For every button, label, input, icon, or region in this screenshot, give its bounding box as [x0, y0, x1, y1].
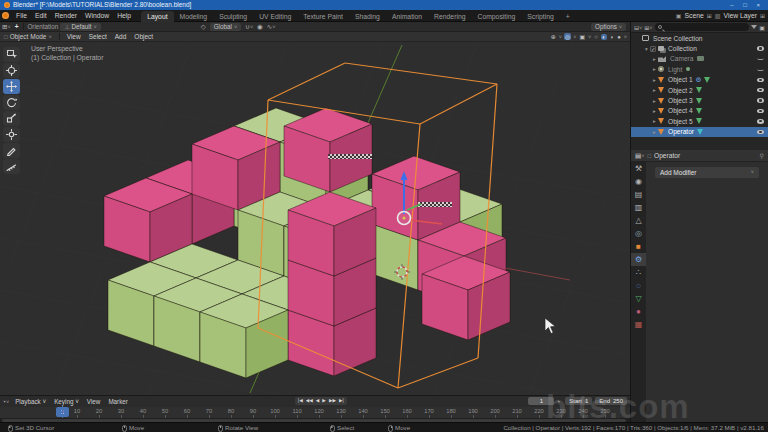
- outliner-row-light[interactable]: ▸Light: [631, 64, 768, 74]
- playback-button[interactable]: ▶|: [338, 397, 345, 405]
- outliner-row-object-1[interactable]: ▸Object 1⚙: [631, 75, 768, 85]
- tab-uv-editing[interactable]: UV Editing: [253, 11, 297, 22]
- properties-tab-material[interactable]: ●: [631, 305, 646, 318]
- properties-tab-output[interactable]: ▤: [631, 188, 646, 201]
- transform-tool-button[interactable]: [3, 127, 20, 142]
- tab-layout[interactable]: Layout: [141, 11, 173, 22]
- outliner-row-operator[interactable]: ▸Operator: [631, 127, 768, 137]
- expand-icon[interactable]: ▸: [651, 77, 658, 83]
- orientation-dropdown[interactable]: ⊥ Default˅: [60, 23, 100, 31]
- tab-texture-paint[interactable]: Texture Paint: [297, 11, 349, 22]
- viewport-3d[interactable]: User Perspective (1) Collection | Operat…: [0, 42, 630, 395]
- pivot-point-icon[interactable]: ◇: [199, 23, 208, 31]
- add-modifier-button[interactable]: Add Modifier˅: [655, 167, 759, 178]
- eye-open-icon[interactable]: [757, 130, 764, 135]
- new-scene-icon[interactable]: ⊞: [707, 12, 712, 19]
- current-frame-field[interactable]: 1: [528, 397, 554, 405]
- annotate-tool-button[interactable]: [3, 143, 20, 158]
- expand-icon[interactable]: ▸: [651, 87, 658, 93]
- options-dropdown[interactable]: Options˅: [591, 23, 626, 31]
- expand-icon[interactable]: ▸: [651, 108, 658, 114]
- snap-magnet-icon[interactable]: ∪˅: [243, 23, 255, 31]
- tab-rendering[interactable]: Rendering: [428, 11, 471, 22]
- new-collection-icon[interactable]: ▣: [759, 24, 765, 31]
- eye-open-icon[interactable]: [757, 46, 764, 51]
- falloff-icon[interactable]: ∿˅: [265, 23, 278, 31]
- new-view-layer-icon[interactable]: ⊞: [760, 12, 765, 19]
- tab-animation[interactable]: Animation: [386, 11, 428, 22]
- tab-shading[interactable]: Shading: [349, 11, 386, 22]
- viewport-menu-add[interactable]: Add: [111, 33, 131, 40]
- playback-button[interactable]: |◀: [297, 397, 304, 405]
- blender-menu-icon[interactable]: [2, 12, 9, 19]
- move-tool-button[interactable]: [3, 79, 20, 94]
- scale-tool-button[interactable]: [3, 111, 20, 126]
- properties-tab-texture[interactable]: ▦: [631, 318, 646, 331]
- start-frame-field[interactable]: Start1: [565, 397, 592, 405]
- tab-compositing[interactable]: Compositing: [471, 11, 521, 22]
- window-controls[interactable]: – □ ×: [730, 0, 764, 10]
- xray-icon[interactable]: ▣: [578, 33, 586, 40]
- menu-window[interactable]: Window: [81, 12, 113, 19]
- editor-type-icon[interactable]: ⊞˅: [0, 23, 13, 31]
- select-box-tool-button[interactable]: [3, 47, 20, 62]
- outliner-row-object-3[interactable]: ▸Object 3: [631, 95, 768, 105]
- filter-icon[interactable]: [751, 25, 757, 29]
- eye-open-icon[interactable]: [757, 88, 764, 93]
- properties-tab-scene[interactable]: △: [631, 214, 646, 227]
- menu-render[interactable]: Render: [51, 12, 81, 19]
- expand-icon[interactable]: ▸: [651, 98, 658, 104]
- transform-orientation-dropdown[interactable]: Global˅: [210, 23, 241, 31]
- viewport-menu-object[interactable]: Object: [130, 33, 157, 40]
- playback-button[interactable]: ▶: [321, 397, 327, 405]
- measure-tool-button[interactable]: [3, 159, 20, 174]
- solid-shading-icon[interactable]: ◐: [601, 34, 607, 40]
- overlays-icon[interactable]: ◎: [564, 33, 571, 40]
- timeline-menu-playback[interactable]: Playback ˅: [11, 398, 50, 405]
- eye-closed-icon[interactable]: [757, 57, 764, 61]
- overlays-icon-caret[interactable]: ˅: [573, 34, 576, 40]
- menu-file[interactable]: File: [12, 12, 31, 19]
- timeline-menu-view[interactable]: View: [83, 398, 105, 405]
- view-layer-selector[interactable]: View Layer: [723, 12, 757, 19]
- tab-scripting[interactable]: Scripting: [521, 11, 559, 22]
- menu-edit[interactable]: Edit: [31, 12, 51, 19]
- properties-tab-active-tool[interactable]: ⚒: [631, 162, 646, 175]
- eye-open-icon[interactable]: [757, 78, 764, 83]
- tab-+[interactable]: +: [560, 11, 576, 22]
- material-shading-icon[interactable]: ◑: [609, 34, 615, 40]
- outliner-row-collection[interactable]: ▾✓Collection: [631, 43, 768, 53]
- cursor-tool-button[interactable]: [3, 63, 20, 78]
- outliner-row-scene-collection[interactable]: Scene Collection: [631, 33, 768, 43]
- properties-editor-icon[interactable]: ▤˅: [635, 152, 644, 160]
- timeline-editor-icon[interactable]: ◔˅: [0, 398, 11, 405]
- shading-dropdown-caret[interactable]: ˅: [624, 34, 627, 40]
- eye-open-icon[interactable]: [757, 98, 764, 103]
- collection-checkbox[interactable]: ✓: [650, 46, 656, 52]
- filter-collection-icon[interactable]: ⊟˅: [634, 24, 642, 31]
- pin-icon[interactable]: ⚲: [760, 152, 764, 159]
- properties-tab-render[interactable]: ◉: [631, 175, 646, 188]
- playback-button[interactable]: ◀: [315, 397, 321, 405]
- rotate-tool-button[interactable]: [3, 95, 20, 110]
- gizmo-icon-caret[interactable]: ˅: [559, 34, 562, 40]
- xray-icon-caret[interactable]: ˅: [588, 34, 591, 40]
- outliner-row-object-2[interactable]: ▸Object 2: [631, 85, 768, 95]
- gizmo-icon[interactable]: ⊕: [550, 33, 557, 40]
- end-frame-field[interactable]: End250: [595, 397, 627, 405]
- tab-modeling[interactable]: Modeling: [174, 11, 214, 22]
- properties-tab-world[interactable]: ◎: [631, 227, 646, 240]
- expand-icon[interactable]: ▸: [651, 56, 658, 62]
- viewport-menu-select[interactable]: Select: [85, 33, 111, 40]
- expand-icon[interactable]: ▸: [651, 129, 658, 135]
- tab-sculpting[interactable]: Sculpting: [213, 11, 253, 22]
- outliner-row-camera[interactable]: ▸Camera: [631, 54, 768, 64]
- scene-selector[interactable]: Scene: [684, 12, 703, 19]
- timeline-menu-keying[interactable]: Keying ˅: [50, 398, 83, 405]
- properties-tab-view-layer[interactable]: ▥: [631, 201, 646, 214]
- outliner-row-object-5[interactable]: ▸Object 5: [631, 116, 768, 126]
- playback-button[interactable]: ◀◀: [305, 397, 314, 405]
- mode-selector[interactable]: □ Object Mode˅: [0, 33, 56, 40]
- viewport-menu-view[interactable]: View: [63, 33, 85, 40]
- timeline-ruler[interactable]: 1 10203040506070809010011012013014015016…: [0, 407, 630, 418]
